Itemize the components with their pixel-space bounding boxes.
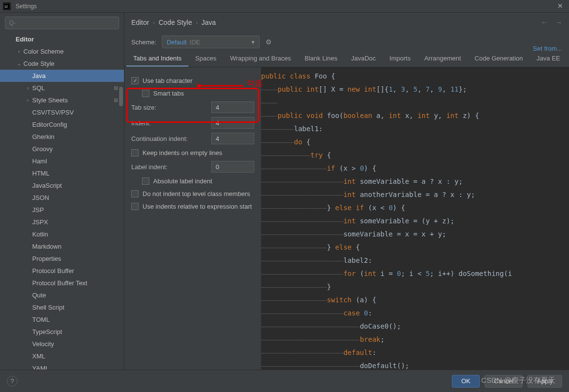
tree-item-qute[interactable]: Qute — [0, 289, 124, 301]
code-line: ————————do { — [261, 135, 569, 148]
checkbox-label: Keep indents on empty lines — [142, 149, 222, 157]
tree-item-label: Velocity — [32, 340, 54, 348]
keep-indents-row: Keep indents on empty lines — [131, 146, 254, 159]
code-line: ————————————————————————doCase0(); — [261, 319, 569, 333]
breadcrumb: Editor › Code Style › Java ← → — [124, 13, 569, 32]
tab-size-row: Tab size: — [131, 99, 254, 115]
scheme-value: Default — [166, 39, 186, 46]
tree-item-label: TOML — [32, 316, 50, 323]
tree-item-jsp[interactable]: JSP — [0, 204, 124, 216]
tree-item-java[interactable]: Java — [0, 70, 124, 82]
breadcrumb-part[interactable]: Editor — [131, 19, 149, 26]
code-line: ————————————————————default: — [261, 346, 569, 359]
search-input[interactable] — [5, 17, 119, 29]
tree-item-typescript[interactable]: TypeScript — [0, 326, 124, 338]
tree-item-csv-tsv-psv[interactable]: CSV/TSV/PSV — [0, 106, 124, 118]
code-line: ————————————try { — [261, 148, 569, 161]
tab-size-label: Tab size: — [131, 104, 156, 111]
forward-icon[interactable]: → — [555, 19, 562, 26]
code-line: ————————————————} else if (x < 0) { — [261, 201, 569, 214]
tree-item-label: Properties — [32, 255, 61, 262]
code-line: ————————————————————int someVariable = a… — [261, 175, 569, 188]
tree-item-label: Markdown — [32, 243, 61, 250]
settings-tree[interactable]: Editor›Color Scheme⌄Code StyleJava›SQL⊞›… — [0, 33, 124, 370]
tab-spaces[interactable]: Spaces — [188, 52, 223, 67]
code-line: ————————————————switch (a) { — [261, 293, 569, 306]
back-icon[interactable]: ← — [541, 19, 548, 26]
tree-item-label: Color Scheme — [23, 48, 63, 55]
tree-item-label: HTML — [32, 170, 49, 177]
tree-item-editorconfig[interactable]: EditorConfig — [0, 118, 124, 131]
tree-item-xml[interactable]: XML — [0, 350, 124, 362]
tab-tabs-and-indents[interactable]: Tabs and Indents — [126, 52, 188, 67]
tree-item-json[interactable]: JSON — [0, 192, 124, 204]
tab-javadoc[interactable]: JavaDoc — [344, 52, 383, 67]
tree-item-html[interactable]: HTML — [0, 167, 124, 179]
tree-item-label: JSON — [32, 194, 49, 201]
tree-item-protocol-buffer-text[interactable]: Protocol Buffer Text — [0, 277, 124, 289]
tree-item-code-style[interactable]: ⌄Code Style — [0, 58, 124, 70]
tree-arrow-icon: › — [16, 49, 22, 54]
use-indents-relative-checkbox[interactable] — [131, 203, 139, 210]
checkbox-label: Use tab character — [142, 77, 193, 84]
tree-item-javascript[interactable]: JavaScript — [0, 179, 124, 192]
tree-item-gherkin[interactable]: Gherkin — [0, 131, 124, 143]
set-from-link[interactable]: Set from... — [533, 45, 562, 52]
tree-item-jspx[interactable]: JSPX — [0, 216, 124, 228]
tree-item-toml[interactable]: TOML — [0, 314, 124, 326]
checkbox-label: Do not indent top level class members — [142, 190, 250, 197]
tree-item-editor[interactable]: Editor — [0, 33, 124, 45]
gear-icon[interactable]: ⚙ — [265, 38, 272, 46]
breadcrumb-part[interactable]: Java — [202, 19, 216, 26]
tab-java-ee[interactable]: Java EE — [530, 52, 567, 67]
tree-item-label: TypeScript — [32, 328, 62, 335]
chevron-right-icon: › — [196, 20, 197, 25]
code-line: ————————————————————————break; — [261, 333, 569, 346]
tree-item-label: Protocol Buffer Text — [32, 279, 87, 287]
tree-item-velocity[interactable]: Velocity — [0, 338, 124, 350]
tree-item-label: Shell Script — [32, 304, 64, 311]
indent-input[interactable] — [211, 117, 254, 129]
label-indent-input[interactable] — [211, 161, 254, 173]
apply-button[interactable]: Apply — [528, 375, 562, 388]
tab-wrapping-and-braces[interactable]: Wrapping and Braces — [223, 52, 298, 67]
tree-item-properties[interactable]: Properties — [0, 253, 124, 265]
tree-item-yaml[interactable]: YAML — [0, 362, 124, 370]
tree-item-haml[interactable]: Haml — [0, 155, 124, 167]
tree-item-kotlin[interactable]: Kotlin — [0, 228, 124, 240]
tree-item-label: JSPX — [32, 218, 48, 226]
help-icon[interactable]: ? — [7, 376, 18, 387]
cancel-button[interactable]: Cancel — [485, 375, 523, 388]
do-not-indent-top-checkbox[interactable] — [131, 190, 139, 197]
tree-item-shell-script[interactable]: Shell Script — [0, 301, 124, 314]
app-icon: IJ — [3, 2, 11, 10]
tab-blank-lines[interactable]: Blank Lines — [298, 52, 344, 67]
smart-tabs-checkbox[interactable] — [142, 90, 149, 97]
tree-item-sql[interactable]: ›SQL⊞ — [0, 82, 124, 94]
tree-item-label: CSV/TSV/PSV — [32, 109, 74, 116]
keep-indents-checkbox[interactable] — [131, 149, 139, 157]
tree-item-groovy[interactable]: Groovy — [0, 143, 124, 155]
close-icon[interactable]: ✕ — [557, 2, 563, 10]
tab-size-input[interactable] — [211, 101, 254, 113]
use-tab-character-checkbox[interactable] — [131, 77, 139, 84]
do-not-indent-top-row: Do not indent top level class members — [131, 187, 254, 200]
tree-item-label: Code Style — [23, 60, 55, 67]
continuation-indent-input[interactable] — [211, 133, 254, 144]
tree-item-color-scheme[interactable]: ›Color Scheme — [0, 45, 124, 58]
tab-arrangement[interactable]: Arrangement — [417, 52, 467, 67]
ok-button[interactable]: OK — [452, 375, 480, 388]
absolute-label-indent-checkbox[interactable] — [142, 177, 149, 185]
breadcrumb-part[interactable]: Code Style — [159, 19, 192, 26]
label-indent-label: Label indent: — [131, 163, 167, 171]
tab-code-generation[interactable]: Code Generation — [468, 52, 530, 67]
tree-item-label: EditorConfig — [32, 121, 67, 128]
code-line: ————————————————————————doDefault(); — [261, 359, 569, 370]
tab-imports[interactable]: Imports — [383, 52, 417, 67]
tree-item-markdown[interactable]: Markdown — [0, 240, 124, 253]
scheme-select[interactable]: Default IDE ▼ — [162, 36, 260, 48]
tree-item-style-sheets[interactable]: ›Style Sheets⊞ — [0, 94, 124, 106]
tabs: Tabs and IndentsSpacesWrapping and Brace… — [124, 52, 569, 67]
tree-item-protocol-buffer[interactable]: Protocol Buffer — [0, 265, 124, 277]
code-line: ————————label1: — [261, 122, 569, 135]
